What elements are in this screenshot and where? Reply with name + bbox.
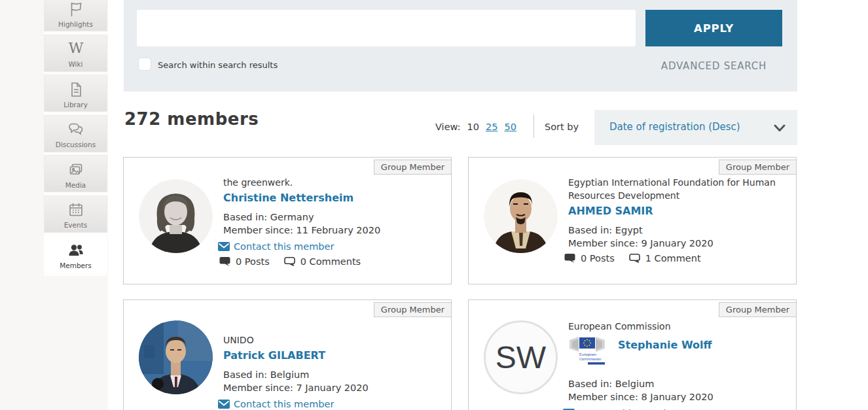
sidebar-item-label: Wiki <box>68 60 82 68</box>
posts-icon <box>564 253 577 264</box>
member-avatar-initials[interactable]: SW <box>484 320 558 394</box>
contact-member-link[interactable]: Contact this member <box>218 240 451 253</box>
sidebar-item-label: Library <box>63 101 88 109</box>
sidebar-item-label: Media <box>65 181 86 189</box>
member-since: Member since: 11 February 2020 <box>223 224 451 237</box>
sidebar-item-label: Highlights <box>58 20 93 28</box>
member-card: Group Member UNIDO Patrick GILABERT Base… <box>123 299 452 410</box>
member-based-in: Based in: Belgium <box>568 377 796 390</box>
sidebar-item-discussions[interactable]: Discussions <box>44 115 107 152</box>
sidebar-item-highlights[interactable]: Highlights <box>44 0 107 31</box>
chevron-down-icon <box>774 124 786 132</box>
sidebar-item-wiki[interactable]: W Wiki <box>44 35 107 72</box>
member-card: Group Member Egyptian International Foun… <box>468 157 797 284</box>
view-option-25[interactable]: 25 <box>486 122 497 132</box>
wiki-icon: W <box>67 41 84 58</box>
group-member-badge: Group Member <box>374 302 452 317</box>
member-photo <box>139 179 213 253</box>
posts-stat: 0 Posts <box>219 256 270 267</box>
search-within-results-checkbox[interactable] <box>139 58 151 70</box>
sidebar-item-label: Members <box>60 262 92 269</box>
members-count-heading: 272 members <box>124 109 259 129</box>
sidebar-item-label: Discussions <box>56 141 96 148</box>
flag-icon <box>67 1 84 18</box>
member-name-link[interactable]: Patrick GILABERT <box>223 349 451 363</box>
member-based-in: Based in: Egypt <box>568 224 796 237</box>
member-avatar[interactable] <box>139 179 213 253</box>
posts-icon <box>219 256 232 267</box>
member-organization: European Commission <box>568 320 796 333</box>
member-card: Group Member SW European Commission Euro… <box>468 299 797 410</box>
divider <box>533 114 534 138</box>
sort-dropdown[interactable]: Date of registration (Desc) <box>594 110 797 145</box>
view-option-10: 10 <box>467 122 479 132</box>
apply-button[interactable]: APPLY <box>645 10 782 46</box>
member-name-link[interactable]: AHMED SAMIR <box>568 204 796 218</box>
member-organization: UNIDO <box>223 333 451 347</box>
european-commission-logo: European Commission <box>568 335 606 366</box>
comments-icon <box>629 253 642 264</box>
contact-member-link[interactable]: Contact this member <box>218 398 451 410</box>
member-organization: Egyptian International Foundation for Hu… <box>568 176 796 202</box>
envelope-icon <box>218 400 230 409</box>
view-label: View: <box>435 122 461 132</box>
member-based-in: Based in: Belgium <box>223 368 451 381</box>
member-photo <box>484 179 558 253</box>
group-member-badge: Group Member <box>374 160 452 175</box>
sidebar-item-media[interactable]: Media <box>44 155 107 192</box>
library-icon <box>67 81 84 98</box>
sort-dropdown-value: Date of registration (Desc) <box>609 121 740 133</box>
members-icon <box>67 242 84 259</box>
member-based-in: Based in: Germany <box>223 211 451 224</box>
svg-text:European: European <box>579 352 597 357</box>
media-icon <box>67 162 84 179</box>
search-panel: APPLY Search within search results ADVAN… <box>124 0 797 92</box>
advanced-search-link[interactable]: ADVANCED SEARCH <box>645 60 782 72</box>
member-name-link[interactable]: Stephanie Wolff <box>618 338 712 352</box>
member-since: Member since: 9 January 2020 <box>568 237 796 250</box>
envelope-icon <box>218 242 230 251</box>
member-since: Member since: 7 January 2020 <box>223 381 451 394</box>
member-since: Member since: 8 January 2020 <box>568 390 796 403</box>
member-avatar[interactable] <box>484 179 558 253</box>
search-within-results-label: Search within search results <box>158 60 278 70</box>
posts-stat: 0 Posts <box>564 253 615 264</box>
contact-member-link[interactable]: Contact this member <box>563 407 796 410</box>
search-input[interactable] <box>137 10 636 46</box>
discussions-icon <box>67 121 84 138</box>
comments-icon <box>284 256 297 267</box>
sort-by-label: Sort by <box>545 122 579 132</box>
member-organization: the greenwerk. <box>223 176 451 189</box>
sidebar-item-library[interactable]: Library <box>44 75 107 112</box>
group-member-badge: Group Member <box>719 160 797 175</box>
comments-stat: 1 Comment <box>629 253 701 264</box>
group-member-badge: Group Member <box>719 302 797 317</box>
sidebar-item-label: Events <box>64 221 88 229</box>
member-photo <box>139 320 213 394</box>
member-avatar[interactable] <box>139 320 213 394</box>
events-icon <box>67 201 84 218</box>
sidebar: Highlights W Wiki Library Discussions Me… <box>0 0 108 410</box>
sidebar-item-events[interactable]: Events <box>44 196 107 233</box>
member-name-link[interactable]: Christine Nettersheim <box>223 191 451 205</box>
member-card: Group Member the greenwerk. Christine Ne… <box>123 157 452 284</box>
sidebar-item-members[interactable]: Members <box>44 235 107 273</box>
svg-text:Commission: Commission <box>579 357 602 361</box>
svg-text:W: W <box>68 41 83 56</box>
view-option-50[interactable]: 50 <box>504 122 516 132</box>
comments-stat: 0 Comments <box>284 256 361 267</box>
